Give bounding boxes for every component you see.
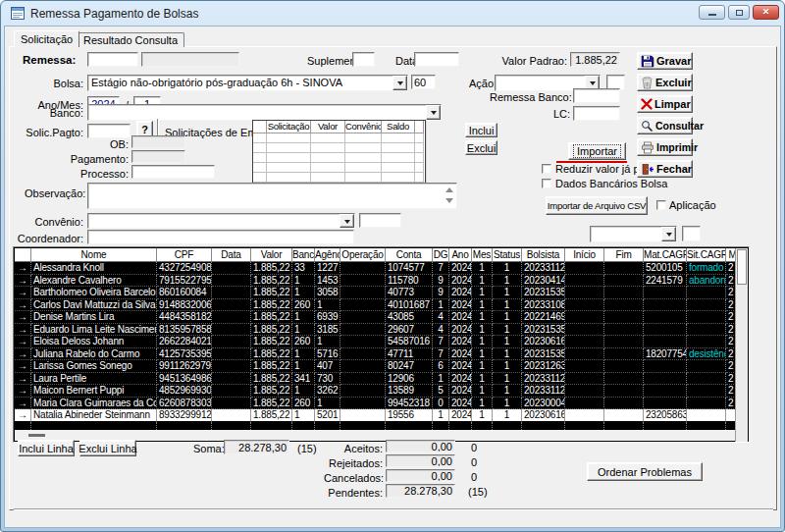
grid-row[interactable]: →Eduardo Lima Leite Nascimento8135957858… xyxy=(15,324,736,337)
solic-pagto-input[interactable] xyxy=(87,124,131,138)
lc-input[interactable] xyxy=(573,106,620,121)
dados-bancarios-checkbox[interactable] xyxy=(542,179,551,188)
titlebar[interactable]: Remessa Pagamento de Bolsas ✕ xyxy=(1,1,784,26)
importar-button[interactable]: Importar xyxy=(568,142,626,160)
maximize-button[interactable] xyxy=(728,5,750,20)
grid-cell xyxy=(644,324,687,337)
grid-column-header[interactable]: Mat.CAGR xyxy=(644,248,687,262)
remessa-input[interactable] xyxy=(87,52,138,67)
convenio-combobox[interactable] xyxy=(87,213,355,229)
remessa-banco-input[interactable] xyxy=(573,88,620,103)
grid-column-header[interactable]: DG xyxy=(433,248,449,262)
aplicacao-dropdown-arrow-icon[interactable] xyxy=(661,227,676,241)
reduzir-checkbox[interactable] xyxy=(542,164,551,174)
empenhos-row[interactable] xyxy=(253,153,425,163)
bolsa-combobox[interactable]: Estágio não-obrigatório pós-graduação 6h… xyxy=(87,75,408,91)
vertical-scrollbar-thumb[interactable] xyxy=(737,249,747,285)
grid-row[interactable]: →Eloisa Deloss Johann26622840211.885,222… xyxy=(15,336,736,348)
observacao-scroll-up-icon[interactable] xyxy=(445,187,453,192)
grid-row[interactable]: →Juliana Rabelo do Carmo41257353951.885,… xyxy=(15,348,736,361)
grid-row[interactable]: →Bartholomeo Oliveira Barcelos8601600841… xyxy=(15,287,736,299)
banco-combobox[interactable] xyxy=(87,104,442,121)
grid-cell xyxy=(212,287,251,299)
aplicacao-checkbox[interactable] xyxy=(656,200,666,210)
vertical-scrollbar[interactable] xyxy=(735,248,748,442)
empenhos-row[interactable] xyxy=(253,163,425,173)
horizontal-scrollbar-thumb[interactable] xyxy=(28,434,45,437)
bolsistas-grid[interactable]: NomeCPFDataValorBancoAgênciaOperaçãoCont… xyxy=(13,246,750,443)
grid-row[interactable]: →Alexandre Cavalhero791552279531.885,221… xyxy=(15,275,736,288)
observacao-scroll-down-icon[interactable] xyxy=(445,198,453,203)
tab-solicitacao[interactable]: Solicitação xyxy=(14,30,79,47)
grid-column-header[interactable]: Agência xyxy=(315,248,340,262)
bolsa-label: Bolsa: xyxy=(40,78,83,89)
fechar-button[interactable]: Fechar xyxy=(637,160,693,178)
grid-column-header[interactable]: Ano xyxy=(449,248,472,262)
grid-column-header[interactable]: Data xyxy=(212,248,251,262)
grid-row[interactable]: →Laura Pertile94513649861.885,2234173012… xyxy=(15,373,736,386)
minimize-button[interactable] xyxy=(699,5,725,20)
grid-row[interactable]: →Alessandra Knoll43272549081.885,2233122… xyxy=(15,262,736,275)
exclui-linha-button[interactable]: Exclui Linha xyxy=(79,440,136,456)
bolsa-code-input[interactable] xyxy=(411,75,436,89)
grid-row[interactable]: →Natalia Abineder Steinmann89332999121.8… xyxy=(15,409,736,422)
close-button[interactable]: ✕ xyxy=(753,5,779,20)
grid-row[interactable]: →Carlos Davi Mattuzzi da Silva9148832006… xyxy=(15,299,736,312)
convenio-code-input[interactable] xyxy=(359,213,401,228)
inclui-button[interactable]: Inclui xyxy=(465,123,497,137)
imprimir-button[interactable]: Imprimir xyxy=(637,138,693,156)
grid-column-header[interactable]: Operação xyxy=(340,248,386,262)
grid-row[interactable]: →Larissa Gomes Sonego99112629791.885,221… xyxy=(15,360,736,373)
consultar-button[interactable]: Consultar xyxy=(637,117,693,134)
grid-cell xyxy=(212,262,251,275)
grid-column-header[interactable]: Bolsista xyxy=(522,248,565,262)
observacao-textarea[interactable] xyxy=(87,183,457,209)
grid-column-header[interactable]: Conta xyxy=(386,248,433,262)
banco-dropdown-arrow-icon[interactable] xyxy=(426,105,441,120)
grid-cell xyxy=(212,398,251,410)
inclui-linha-button[interactable]: Inclui Linha xyxy=(18,440,75,456)
exit-door-icon xyxy=(641,163,654,176)
coordenador-input[interactable] xyxy=(87,230,354,244)
grid-column-header[interactable]: Mes xyxy=(472,248,493,262)
grid-cell: 2024 xyxy=(449,385,472,398)
empenhos-grid[interactable]: SolicitaçãoValorConvênioSaldo xyxy=(252,120,426,186)
aplicacao-code-input[interactable] xyxy=(682,226,701,241)
empenhos-row[interactable] xyxy=(253,173,425,183)
grid-column-header[interactable]: Sit.CAGR xyxy=(687,248,726,262)
grid-cell: 1 xyxy=(493,348,522,361)
trash-icon xyxy=(641,77,654,89)
grid-column-header[interactable]: Início xyxy=(565,248,604,262)
grid-cell: 40101687 xyxy=(386,299,433,312)
data-input[interactable] xyxy=(414,52,459,67)
empenhos-row[interactable] xyxy=(253,143,425,153)
grid-row[interactable]: →Maicon Bernert Puppi48529699301.885,221… xyxy=(15,385,736,398)
gravar-button[interactable]: Gravar xyxy=(637,52,693,70)
convenio-dropdown-arrow-icon[interactable] xyxy=(340,214,354,228)
grid-cell: 1 xyxy=(433,373,449,386)
processo-input[interactable] xyxy=(131,165,215,179)
grid-row[interactable]: →Maria Clara Guimaraes da Costa Moura626… xyxy=(15,398,736,410)
bolsa-dropdown-arrow-icon[interactable] xyxy=(392,76,407,90)
grid-cell: 3185 xyxy=(315,324,340,337)
grid-column-header[interactable]: CPF xyxy=(157,248,212,262)
empenhos-row[interactable] xyxy=(253,133,425,143)
grid-column-header[interactable]: Banco xyxy=(292,248,315,262)
exclui-button[interactable]: Exclui xyxy=(465,140,497,155)
grid-cell: 260 xyxy=(292,299,315,312)
grid-cell: 5716 xyxy=(315,348,340,361)
suplementar-input[interactable] xyxy=(352,52,375,67)
excluir-button[interactable]: Excluir xyxy=(637,74,693,91)
aplicacao-combobox[interactable] xyxy=(590,226,677,242)
importar-csv-button[interactable]: Importar de Arquivo CSV xyxy=(546,196,648,215)
grid-column-header[interactable]: Fim xyxy=(604,248,644,262)
grid-column-header[interactable]: Nome xyxy=(31,248,157,262)
empenhos-cell xyxy=(253,173,267,183)
limpar-button[interactable]: Limpar xyxy=(637,95,693,113)
ordenar-problemas-button[interactable]: Ordenar Problemas xyxy=(587,462,703,481)
tab-resultado-consulta[interactable]: Resultado Consulta xyxy=(77,32,184,47)
grid-column-header[interactable]: Valor xyxy=(251,248,292,262)
grid-column-header[interactable] xyxy=(15,248,31,262)
grid-row[interactable]: →Denise Martins Lira448435818281.885,221… xyxy=(15,311,736,324)
grid-column-header[interactable]: Status xyxy=(493,248,522,262)
